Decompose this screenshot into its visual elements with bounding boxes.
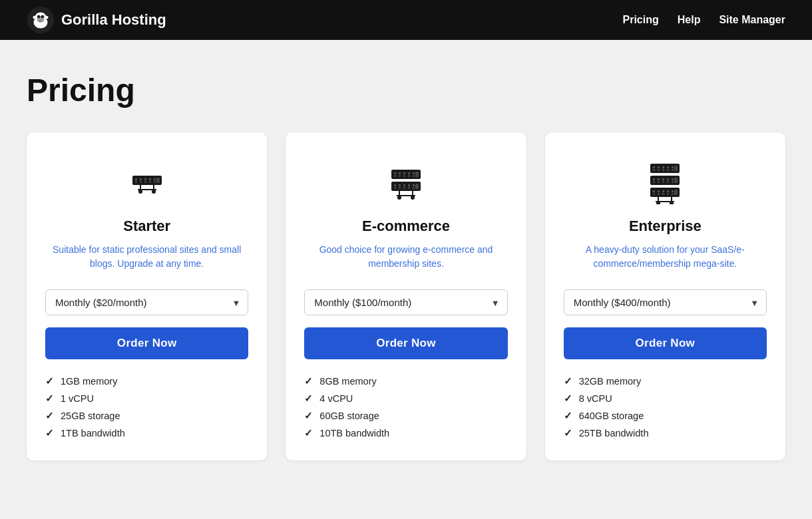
svg-point-8 — [45, 16, 49, 19]
feature-item: ✓ 4 vCPU — [304, 393, 507, 405]
svg-rect-89 — [672, 193, 674, 195]
plan-select-wrapper: Monthly ($400/month) Yearly (save 20%) ▼ — [564, 289, 767, 315]
svg-rect-88 — [672, 190, 674, 192]
check-icon: ✓ — [45, 410, 54, 422]
svg-point-54 — [411, 196, 415, 200]
server-icon — [123, 156, 171, 204]
svg-rect-34 — [408, 175, 410, 177]
svg-rect-66 — [674, 166, 678, 171]
brand-logo[interactable]: Gorilla Hosting — [27, 6, 166, 34]
svg-rect-82 — [658, 190, 660, 192]
plan-description: A heavy-duty solution for your SaaS/e-co… — [564, 243, 767, 275]
check-icon: ✓ — [304, 410, 313, 422]
svg-rect-78 — [674, 178, 678, 183]
svg-rect-86 — [667, 190, 669, 192]
svg-point-7 — [33, 16, 37, 19]
svg-rect-11 — [135, 181, 137, 183]
feature-text: 25GB storage — [61, 411, 120, 421]
main-content: Pricing Starter Suitable for static prof… — [0, 40, 812, 500]
feature-text: 8GB memory — [319, 376, 376, 387]
brand-name: Gorilla Hosting — [61, 11, 166, 29]
svg-rect-84 — [662, 190, 664, 192]
svg-rect-56 — [653, 166, 655, 168]
svg-point-5 — [41, 15, 44, 19]
svg-rect-47 — [413, 184, 415, 186]
order-now-button[interactable]: Order Now — [45, 327, 248, 359]
svg-rect-60 — [662, 166, 664, 168]
plan-billing-select[interactable]: Monthly ($20/month) Yearly (save 20%) — [45, 289, 248, 315]
svg-point-6 — [39, 19, 43, 22]
feature-text: 4 vCPU — [319, 393, 353, 404]
svg-rect-57 — [653, 169, 655, 171]
svg-rect-64 — [672, 166, 674, 168]
check-icon: ✓ — [304, 375, 313, 387]
svg-rect-68 — [653, 178, 655, 180]
svg-rect-87 — [667, 193, 669, 195]
plan-card-ecommerce: E-commerce Good choice for growing e-com… — [286, 132, 526, 460]
nav-links: Pricing Help Site Manager — [623, 14, 786, 26]
svg-rect-42 — [399, 187, 401, 189]
check-icon: ✓ — [45, 393, 54, 405]
order-now-button[interactable]: Order Now — [564, 327, 767, 359]
plan-billing-select[interactable]: Monthly ($100/month) Yearly (save 20%) — [304, 289, 507, 315]
svg-rect-62 — [667, 166, 669, 168]
navbar: Gorilla Hosting Pricing Help Site Manage… — [0, 0, 812, 40]
check-icon: ✓ — [564, 427, 572, 439]
page-title: Pricing — [27, 72, 785, 108]
plan-select-wrapper: Monthly ($20/month) Yearly (save 20%) ▼ — [45, 289, 248, 315]
feature-text: 8 vCPU — [579, 393, 612, 404]
feature-text: 1TB bandwidth — [61, 428, 125, 438]
svg-rect-46 — [408, 187, 410, 189]
svg-rect-70 — [658, 178, 660, 180]
feature-item: ✓ 32GB memory — [564, 375, 767, 387]
plan-name: E-commerce — [362, 218, 450, 235]
svg-rect-32 — [403, 175, 405, 177]
feature-item: ✓ 8GB memory — [304, 375, 507, 387]
check-icon: ✓ — [304, 427, 313, 439]
feature-item: ✓ 25GB storage — [45, 410, 248, 422]
features-list: ✓ 8GB memory ✓ 4 vCPU ✓ 60GB storage ✓ 1… — [304, 375, 507, 439]
feature-item: ✓ 1GB memory — [45, 375, 248, 387]
svg-rect-59 — [658, 169, 660, 171]
plan-name: Enterprise — [629, 218, 702, 235]
svg-rect-16 — [149, 178, 151, 180]
check-icon: ✓ — [45, 375, 54, 387]
svg-rect-61 — [662, 169, 664, 171]
svg-rect-14 — [144, 178, 146, 180]
svg-rect-44 — [403, 187, 405, 189]
nav-link-pricing[interactable]: Pricing — [623, 14, 659, 26]
plan-description: Suitable for static professional sites a… — [45, 243, 248, 275]
svg-rect-73 — [662, 181, 664, 183]
svg-rect-28 — [394, 175, 396, 177]
feature-item: ✓ 1 vCPU — [45, 393, 248, 405]
svg-rect-49 — [415, 184, 419, 189]
svg-rect-69 — [653, 181, 655, 183]
svg-rect-18 — [154, 178, 156, 180]
plan-name: Starter — [123, 218, 170, 235]
svg-rect-29 — [399, 172, 401, 174]
svg-rect-41 — [399, 184, 401, 186]
svg-rect-17 — [149, 181, 151, 183]
plan-billing-select[interactable]: Monthly ($400/month) Yearly (save 20%) — [564, 289, 767, 315]
server-icon — [382, 156, 430, 204]
plan-description: Good choice for growing e-commerce and m… — [304, 243, 507, 275]
plan-select-wrapper: Monthly ($100/month) Yearly (save 20%) ▼ — [304, 289, 507, 315]
check-icon: ✓ — [304, 393, 313, 405]
svg-rect-65 — [672, 169, 674, 171]
svg-rect-77 — [672, 181, 674, 183]
check-icon: ✓ — [564, 393, 572, 405]
feature-item: ✓ 1TB bandwidth — [45, 427, 248, 439]
svg-rect-80 — [653, 190, 655, 192]
check-icon: ✓ — [564, 375, 572, 387]
nav-link-help[interactable]: Help — [678, 14, 701, 26]
svg-rect-48 — [413, 187, 415, 189]
svg-point-24 — [138, 190, 142, 194]
feature-item: ✓ 640GB storage — [564, 410, 767, 422]
svg-rect-31 — [403, 172, 405, 174]
svg-rect-81 — [653, 193, 655, 195]
svg-rect-20 — [156, 178, 160, 183]
nav-link-site-manager[interactable]: Site Manager — [719, 14, 785, 26]
order-now-button[interactable]: Order Now — [304, 327, 507, 359]
svg-point-25 — [152, 190, 156, 194]
pricing-cards: Starter Suitable for static professional… — [27, 132, 785, 460]
